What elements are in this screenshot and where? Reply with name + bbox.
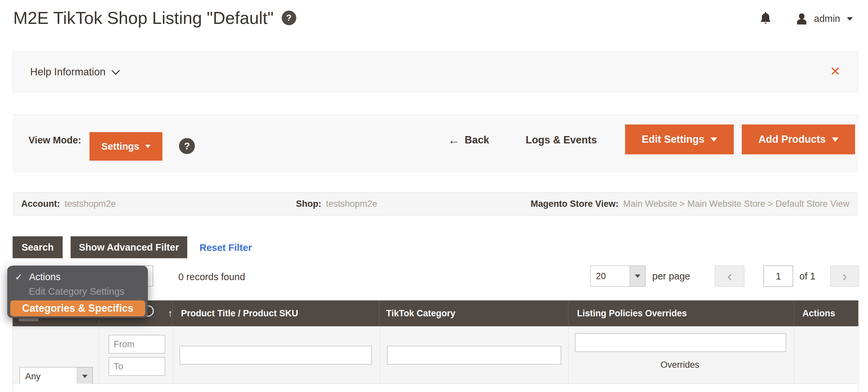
back-arrow-icon: ← (448, 134, 460, 146)
next-page-button[interactable]: › (830, 265, 859, 287)
page-number-input[interactable] (764, 265, 793, 287)
store-view-value: Main Website > Main Website Store > Defa… (623, 199, 849, 209)
admin-menu[interactable]: admin (814, 13, 853, 24)
product-title-sku-filter-input[interactable] (180, 346, 372, 364)
add-products-button[interactable]: Add Products (742, 124, 855, 155)
grid-header-overrides-column[interactable]: Listing Policies Overrides (568, 300, 803, 326)
menu-item-actions[interactable]: ✓ Actions (15, 272, 61, 282)
view-mode-settings-button[interactable]: Settings (90, 132, 162, 161)
category-column-label: TikTok Category (386, 308, 455, 319)
account-label: Account: (21, 199, 60, 209)
actions-dropdown-menu: ✓ Actions Edit Category Settings Categor… (7, 266, 148, 318)
per-page-select[interactable]: 20 (590, 265, 646, 287)
per-page-value: 20 (591, 271, 606, 281)
admin-caret-down-icon (847, 17, 853, 21)
grid-header-category-column[interactable]: TikTok Category (379, 300, 575, 326)
help-information-toggle[interactable]: Help Information (30, 52, 119, 92)
checkbox-filter-caret-down-icon (82, 375, 88, 378)
admin-username: admin (814, 13, 840, 24)
tiktok-category-filter-input[interactable] (387, 346, 561, 364)
previous-page-icon: ‹ (727, 268, 732, 284)
page-actions-panel: View Mode: Settings ? ← Back Logs & Even… (12, 114, 858, 173)
show-advanced-filter-button[interactable]: Show Advanced Filter (71, 236, 187, 258)
records-found-text: 0 records found (178, 272, 245, 282)
id-to-input[interactable] (109, 357, 165, 376)
search-button-label: Search (22, 242, 54, 253)
id-from-input[interactable] (109, 335, 165, 354)
overrides-column-label: Listing Policies Overrides (577, 308, 687, 319)
grid-empty-body-row (12, 384, 858, 392)
page-of-label: of 1 (799, 271, 815, 282)
sort-ascending-icon: ↑ (168, 308, 173, 319)
next-page-icon: › (842, 268, 847, 284)
checkbox-filter-value: Any (20, 371, 41, 382)
user-avatar-icon[interactable] (794, 11, 809, 27)
menu-item-edit-category-settings[interactable]: Edit Category Settings (29, 286, 125, 297)
edit-settings-label: Edit Settings (642, 134, 704, 145)
shop-label: Shop: (296, 199, 321, 209)
page-title: M2E TikTok Shop Listing "Default" (13, 8, 274, 28)
settings-button-label: Settings (101, 141, 139, 152)
menu-item-categories-specifics-label: Categories & Specifics (22, 302, 133, 314)
filter-cell-actions (794, 326, 859, 383)
menu-item-categories-specifics[interactable]: Categories & Specifics (10, 300, 145, 316)
shop-value: testshopm2e (326, 199, 377, 209)
checkmark-icon: ✓ (15, 272, 23, 282)
per-page-caret-down-icon (635, 275, 640, 278)
view-mode-help-icon[interactable]: ? (179, 138, 195, 154)
account-value: testshopm2e (65, 199, 116, 209)
menu-item-actions-label: Actions (29, 272, 61, 282)
overrides-filter-label: Overrides (648, 360, 699, 370)
grid-header-actions-column: Actions (794, 300, 867, 326)
store-view-label: Magento Store View: (531, 199, 618, 209)
reset-filter-link[interactable]: Reset Filter (199, 242, 252, 253)
checkbox-filter-select[interactable]: Any (20, 367, 93, 386)
menu-item-edit-category-settings-label: Edit Category Settings (29, 286, 125, 297)
edit-settings-button[interactable]: Edit Settings (625, 124, 734, 155)
per-page-select-segment (630, 266, 645, 286)
listing-info-bar: Account: testshopm2e Shop: testshopm2e M… (12, 192, 858, 216)
grid-header-product-column[interactable]: Product Title / Product SKU (172, 300, 388, 326)
logs-events-label: Logs & Events (526, 134, 597, 146)
help-information-label: Help Information (30, 66, 105, 78)
logs-events-button[interactable]: Logs & Events (526, 134, 597, 146)
chevron-down-icon (112, 66, 120, 75)
listing-policies-filter-input[interactable] (575, 333, 786, 352)
previous-page-button[interactable]: ‹ (715, 265, 744, 287)
help-information-bar: Help Information ✕ (12, 52, 858, 92)
search-button[interactable]: Search (12, 236, 63, 258)
per-page-label: per page (652, 271, 690, 282)
edit-settings-caret-down-icon (711, 137, 717, 142)
view-mode-label: View Mode: (29, 135, 81, 146)
notifications-bell-icon[interactable] (759, 10, 772, 27)
back-label: Back (465, 134, 489, 146)
hidden-checkbox-control (19, 318, 38, 321)
help-close-icon[interactable]: ✕ (830, 65, 840, 78)
checkbox-filter-segment (77, 367, 92, 385)
back-button[interactable]: ← Back (448, 134, 489, 146)
settings-caret-down-icon (145, 145, 151, 148)
title-help-icon[interactable]: ? (282, 10, 296, 25)
add-products-caret-down-icon (832, 137, 838, 142)
show-advanced-filter-label: Show Advanced Filter (79, 242, 179, 253)
add-products-label: Add Products (758, 134, 826, 145)
actions-column-label: Actions (802, 308, 835, 319)
product-column-label: Product Title / Product SKU (181, 308, 298, 319)
